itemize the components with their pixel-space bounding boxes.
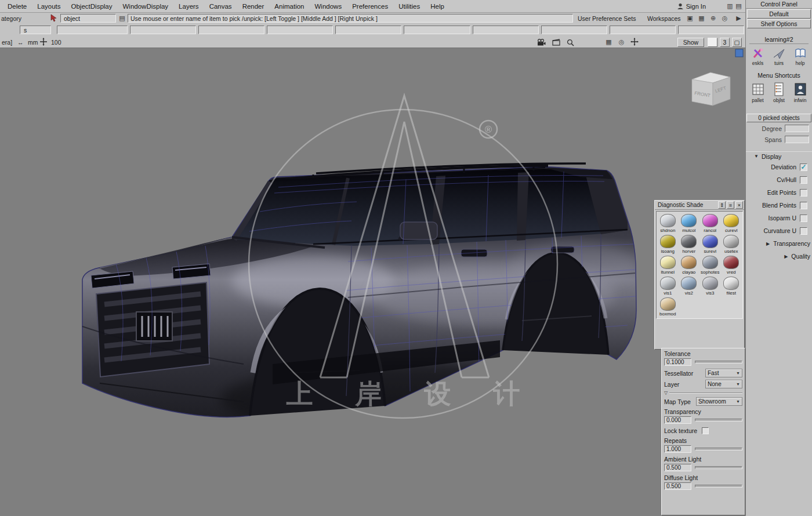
tessellator-dropdown[interactable]: Fast ▼ bbox=[705, 369, 742, 377]
shader-surevl[interactable]: surevl bbox=[699, 234, 721, 255]
shader-curevl[interactable]: curevl bbox=[721, 213, 742, 234]
user-preference-sets-menu[interactable]: User Preference Sets bbox=[578, 15, 636, 22]
viewport-canvas[interactable]: ® 上 岸 设 计 FRONT LEFT bbox=[0, 48, 745, 516]
isoparm-u-checkbox[interactable] bbox=[800, 215, 807, 222]
grid-toggle-icon[interactable]: ▦ bbox=[697, 14, 706, 23]
blank-toggle-button[interactable] bbox=[708, 38, 717, 47]
camera-icon[interactable] bbox=[536, 38, 546, 47]
close-icon[interactable]: × bbox=[735, 201, 743, 209]
menu-item-utilities[interactable]: Utilities bbox=[393, 3, 425, 10]
sign-in-button[interactable]: Sign In bbox=[677, 3, 706, 10]
layout-icon[interactable]: ▥ bbox=[726, 2, 734, 10]
expand-toolbar-icon[interactable]: ▶ bbox=[734, 14, 743, 23]
menu-item-render[interactable]: Render bbox=[237, 3, 270, 10]
object-list-icon[interactable]: ▤ bbox=[118, 14, 126, 23]
edit-points-checkbox[interactable] bbox=[800, 189, 807, 197]
display-section-header[interactable]: ▼ Display bbox=[746, 151, 812, 161]
menu-item-delete[interactable]: Delete bbox=[2, 3, 32, 10]
view-cube[interactable]: FRONT LEFT bbox=[692, 72, 730, 106]
counter-button[interactable]: 3 bbox=[720, 38, 730, 47]
cvhull-checkbox[interactable] bbox=[800, 176, 807, 184]
diffuse-light-slider[interactable] bbox=[695, 485, 742, 488]
sphere-display-icon[interactable]: ◎ bbox=[617, 38, 626, 46]
status-field-6[interactable] bbox=[404, 26, 470, 34]
shader-clayao[interactable]: clayao bbox=[679, 255, 700, 275]
menu-item-layouts[interactable]: Layouts bbox=[32, 3, 66, 10]
deviation-checkbox[interactable] bbox=[800, 163, 807, 171]
snap-icon[interactable]: ◎ bbox=[720, 14, 729, 23]
pane-corner-handle[interactable] bbox=[735, 49, 743, 57]
shelf-item-help[interactable]: help bbox=[791, 47, 810, 66]
shader-rancol[interactable]: rancol bbox=[699, 213, 721, 234]
save-layout-icon[interactable]: ▣ bbox=[686, 14, 694, 23]
status-field-3[interactable] bbox=[198, 26, 264, 34]
quality-section-row[interactable]: ▶ Quality bbox=[746, 250, 812, 263]
diffuse-light-field[interactable]: 0.500 bbox=[664, 482, 691, 490]
shader-shdnon[interactable]: shdnon bbox=[657, 213, 679, 234]
track-icon[interactable] bbox=[39, 38, 48, 47]
shader-mulcol[interactable]: mulcol bbox=[679, 213, 700, 234]
shelf-options-button[interactable]: Shelf Options bbox=[747, 19, 811, 28]
menu-item-animation[interactable]: Animation bbox=[269, 3, 309, 10]
pick-prompt-input[interactable] bbox=[128, 14, 573, 23]
transparency-section-row[interactable]: ▶ Transparency bbox=[746, 237, 812, 250]
shortcut-item-infwin[interactable]: infwin bbox=[791, 82, 810, 103]
status-field-8[interactable] bbox=[541, 26, 607, 34]
resize-arrows-icon[interactable]: ↔ bbox=[17, 39, 24, 46]
menu-item-windowdisplay[interactable]: WindowDisplay bbox=[117, 3, 173, 10]
shortcut-item-objlst[interactable]: objlst bbox=[770, 82, 789, 103]
menu-item-windows[interactable]: Windows bbox=[309, 3, 347, 10]
status-field-1[interactable] bbox=[57, 26, 128, 34]
shader-isoang[interactable]: isoang bbox=[657, 234, 679, 255]
pivot-icon[interactable]: ⊕ bbox=[709, 14, 717, 23]
shader-horver[interactable]: horver bbox=[679, 234, 700, 255]
default-button[interactable]: Default bbox=[747, 9, 811, 19]
status-field-10[interactable] bbox=[678, 26, 744, 34]
pan-icon[interactable] bbox=[630, 38, 639, 47]
repeats-slider[interactable] bbox=[695, 448, 742, 450]
status-field-2[interactable] bbox=[130, 26, 196, 34]
diagnostic-shade-titlebar[interactable]: Diagnostic Shade ⇕ ≡ × bbox=[655, 201, 744, 210]
render-frame-icon[interactable] bbox=[551, 38, 561, 47]
object-field[interactable]: object bbox=[60, 14, 116, 23]
resize-icon[interactable]: ⇕ bbox=[718, 201, 726, 209]
shader-vis3[interactable]: vis3 bbox=[699, 275, 721, 296]
shader-vis2[interactable]: vis2 bbox=[679, 275, 700, 296]
shader-usetex[interactable]: usetex bbox=[721, 234, 742, 255]
transparency-slider[interactable] bbox=[695, 419, 742, 421]
status-field-9[interactable] bbox=[610, 26, 676, 34]
shader-sophotes[interactable]: sophotes bbox=[699, 255, 721, 275]
repeats-field[interactable]: 1.000 bbox=[664, 445, 691, 453]
shader-vis1[interactable]: vis1 bbox=[657, 275, 679, 296]
viewport[interactable]: ® 上 岸 设 计 FRONT LEFT bbox=[0, 48, 745, 516]
status-field-4[interactable] bbox=[267, 26, 333, 34]
pick-arrow-icon[interactable] bbox=[50, 14, 59, 23]
menu-icon[interactable]: ≡ bbox=[727, 201, 734, 209]
menu-item-layers[interactable]: Layers bbox=[173, 3, 204, 10]
map-type-dropdown[interactable]: Showroom ▼ bbox=[696, 397, 742, 406]
spans-field[interactable] bbox=[785, 136, 809, 143]
shelf-tab-learning[interactable]: learning#2 bbox=[749, 35, 809, 44]
shortcut-item-pallet[interactable]: pallet bbox=[748, 82, 767, 103]
menu-item-objectdisplay[interactable]: ObjectDisplay bbox=[66, 3, 118, 10]
status-field-7[interactable] bbox=[473, 26, 539, 34]
grid-display-icon[interactable]: ▦ bbox=[604, 38, 613, 46]
shader-ltunnel[interactable]: ltunnel bbox=[657, 255, 679, 275]
blend-points-checkbox[interactable] bbox=[800, 202, 807, 209]
degree-field[interactable] bbox=[785, 125, 809, 132]
tolerance-field[interactable]: 0.1000 bbox=[664, 358, 691, 366]
ambient-light-field[interactable]: 0.500 bbox=[664, 464, 691, 471]
tolerance-slider[interactable] bbox=[695, 361, 742, 364]
window-grid-icon[interactable]: ▤ bbox=[734, 2, 743, 10]
zoom-icon[interactable] bbox=[565, 38, 575, 47]
shader-filest[interactable]: filest bbox=[721, 275, 742, 296]
options-separator[interactable]: ▽ bbox=[664, 390, 743, 396]
pane-layout-button[interactable]: ▢ bbox=[732, 38, 742, 47]
workspaces-menu[interactable]: Workspaces bbox=[647, 15, 681, 22]
menu-item-preferences[interactable]: Preferences bbox=[347, 3, 393, 10]
shader-vred[interactable]: vred bbox=[721, 255, 742, 275]
layer-dropdown[interactable]: None ▼ bbox=[705, 380, 742, 388]
status-field-s[interactable]: s bbox=[20, 26, 51, 34]
transparency-field[interactable]: 0.000 bbox=[664, 416, 691, 424]
shelf-item-eskls[interactable]: eskls bbox=[748, 47, 767, 66]
